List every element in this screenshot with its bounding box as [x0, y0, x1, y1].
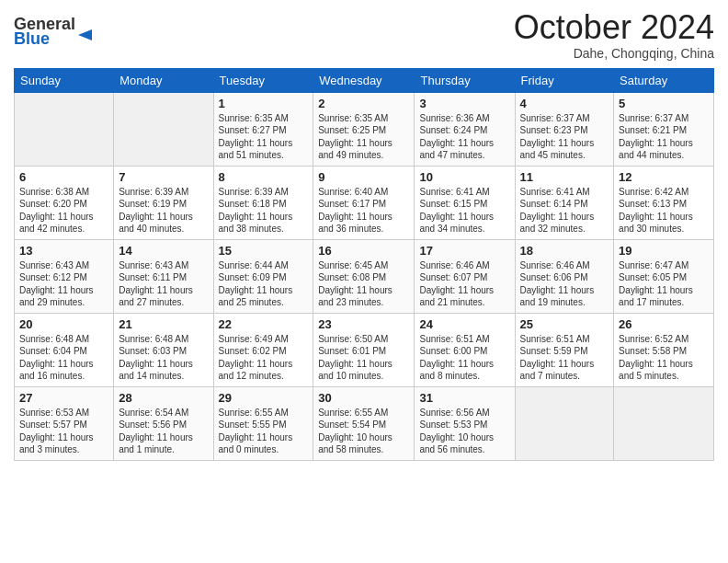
day-number: 1	[219, 97, 309, 110]
day-info: Sunrise: 6:54 AM Sunset: 5:56 PM Dayligh…	[119, 407, 208, 456]
day-number: 25	[520, 317, 609, 331]
day-number: 5	[619, 97, 709, 110]
calendar-cell: 23Sunrise: 6:50 AM Sunset: 6:01 PM Dayli…	[313, 313, 415, 386]
calendar-cell: 14Sunrise: 6:43 AM Sunset: 6:11 PM Dayli…	[114, 239, 213, 313]
day-number: 18	[520, 244, 609, 258]
calendar-cell: 12Sunrise: 6:42 AM Sunset: 6:13 PM Dayli…	[614, 166, 714, 239]
day-number: 2	[318, 97, 409, 110]
calendar-cell: 8Sunrise: 6:39 AM Sunset: 6:18 PM Daylig…	[213, 166, 313, 239]
page: General Blue October 2024 Dahe, Chongqin…	[0, 0, 728, 563]
day-info: Sunrise: 6:48 AM Sunset: 6:03 PM Dayligh…	[119, 333, 208, 383]
calendar-cell	[515, 386, 614, 460]
calendar-cell: 10Sunrise: 6:41 AM Sunset: 6:15 PM Dayli…	[415, 166, 515, 239]
calendar-week-5: 27Sunrise: 6:53 AM Sunset: 5:57 PM Dayli…	[15, 386, 714, 460]
calendar-cell: 20Sunrise: 6:48 AM Sunset: 6:04 PM Dayli…	[15, 313, 114, 386]
day-info: Sunrise: 6:53 AM Sunset: 5:57 PM Dayligh…	[19, 407, 108, 456]
calendar-cell: 24Sunrise: 6:51 AM Sunset: 6:00 PM Dayli…	[415, 313, 515, 386]
calendar-cell: 15Sunrise: 6:44 AM Sunset: 6:09 PM Dayli…	[213, 239, 313, 313]
day-info: Sunrise: 6:51 AM Sunset: 5:59 PM Dayligh…	[520, 333, 609, 383]
calendar-cell: 1Sunrise: 6:35 AM Sunset: 6:27 PM Daylig…	[213, 92, 313, 166]
day-info: Sunrise: 6:35 AM Sunset: 6:27 PM Dayligh…	[219, 112, 309, 162]
calendar-cell: 27Sunrise: 6:53 AM Sunset: 5:57 PM Dayli…	[15, 386, 114, 460]
calendar-cell: 11Sunrise: 6:41 AM Sunset: 6:14 PM Dayli…	[515, 166, 614, 239]
day-number: 14	[119, 244, 208, 258]
calendar-cell: 30Sunrise: 6:55 AM Sunset: 5:54 PM Dayli…	[313, 386, 415, 460]
calendar-week-4: 20Sunrise: 6:48 AM Sunset: 6:04 PM Dayli…	[15, 313, 714, 386]
day-info: Sunrise: 6:37 AM Sunset: 6:23 PM Dayligh…	[520, 112, 609, 162]
day-number: 16	[318, 244, 409, 258]
logo-svg: General Blue	[14, 9, 101, 46]
day-info: Sunrise: 6:38 AM Sunset: 6:20 PM Dayligh…	[19, 186, 108, 236]
col-saturday: Saturday	[614, 68, 714, 92]
calendar-week-1: 1Sunrise: 6:35 AM Sunset: 6:27 PM Daylig…	[15, 92, 714, 166]
day-info: Sunrise: 6:46 AM Sunset: 6:07 PM Dayligh…	[419, 259, 509, 309]
day-info: Sunrise: 6:51 AM Sunset: 6:00 PM Dayligh…	[419, 333, 509, 383]
day-info: Sunrise: 6:55 AM Sunset: 5:55 PM Dayligh…	[219, 407, 309, 456]
day-number: 6	[19, 170, 108, 184]
day-info: Sunrise: 6:50 AM Sunset: 6:01 PM Dayligh…	[318, 333, 409, 383]
calendar-cell: 9Sunrise: 6:40 AM Sunset: 6:17 PM Daylig…	[313, 166, 415, 239]
day-info: Sunrise: 6:42 AM Sunset: 6:13 PM Dayligh…	[619, 186, 709, 236]
day-info: Sunrise: 6:47 AM Sunset: 6:05 PM Dayligh…	[619, 259, 709, 309]
calendar-cell: 21Sunrise: 6:48 AM Sunset: 6:03 PM Dayli…	[114, 313, 213, 386]
calendar-cell: 22Sunrise: 6:49 AM Sunset: 6:02 PM Dayli…	[213, 313, 313, 386]
calendar-cell	[114, 92, 213, 166]
calendar-cell: 19Sunrise: 6:47 AM Sunset: 6:05 PM Dayli…	[614, 239, 714, 313]
calendar-cell: 16Sunrise: 6:45 AM Sunset: 6:08 PM Dayli…	[313, 239, 415, 313]
day-number: 26	[619, 317, 709, 331]
day-info: Sunrise: 6:41 AM Sunset: 6:14 PM Dayligh…	[520, 186, 609, 236]
day-number: 22	[219, 317, 309, 331]
calendar-cell: 2Sunrise: 6:35 AM Sunset: 6:25 PM Daylig…	[313, 92, 415, 166]
day-info: Sunrise: 6:40 AM Sunset: 6:17 PM Dayligh…	[318, 186, 409, 236]
day-info: Sunrise: 6:39 AM Sunset: 6:19 PM Dayligh…	[119, 186, 208, 236]
calendar-table: Sunday Monday Tuesday Wednesday Thursday…	[14, 68, 714, 461]
day-info: Sunrise: 6:44 AM Sunset: 6:09 PM Dayligh…	[219, 259, 309, 309]
calendar-cell: 13Sunrise: 6:43 AM Sunset: 6:12 PM Dayli…	[15, 239, 114, 313]
day-info: Sunrise: 6:43 AM Sunset: 6:12 PM Dayligh…	[19, 259, 108, 309]
calendar-cell: 17Sunrise: 6:46 AM Sunset: 6:07 PM Dayli…	[415, 239, 515, 313]
day-number: 13	[19, 244, 108, 258]
calendar-cell: 26Sunrise: 6:52 AM Sunset: 5:58 PM Dayli…	[614, 313, 714, 386]
calendar-cell	[614, 386, 714, 460]
day-info: Sunrise: 6:36 AM Sunset: 6:24 PM Dayligh…	[419, 112, 509, 162]
day-number: 20	[19, 317, 108, 331]
calendar-cell: 6Sunrise: 6:38 AM Sunset: 6:20 PM Daylig…	[15, 166, 114, 239]
calendar-cell: 7Sunrise: 6:39 AM Sunset: 6:19 PM Daylig…	[114, 166, 213, 239]
day-info: Sunrise: 6:48 AM Sunset: 6:04 PM Dayligh…	[19, 333, 108, 383]
svg-marker-2	[78, 29, 92, 40]
day-number: 27	[19, 391, 108, 405]
day-info: Sunrise: 6:45 AM Sunset: 6:08 PM Dayligh…	[318, 259, 409, 309]
day-number: 8	[219, 170, 309, 184]
calendar-cell: 28Sunrise: 6:54 AM Sunset: 5:56 PM Dayli…	[114, 386, 213, 460]
day-info: Sunrise: 6:52 AM Sunset: 5:58 PM Dayligh…	[619, 333, 709, 383]
day-number: 23	[318, 317, 409, 331]
calendar-cell	[15, 92, 114, 166]
day-number: 24	[419, 317, 509, 331]
day-info: Sunrise: 6:46 AM Sunset: 6:06 PM Dayligh…	[520, 259, 609, 309]
col-friday: Friday	[515, 68, 614, 92]
day-number: 19	[619, 244, 709, 258]
col-monday: Monday	[114, 68, 213, 92]
calendar-week-2: 6Sunrise: 6:38 AM Sunset: 6:20 PM Daylig…	[15, 166, 714, 239]
day-info: Sunrise: 6:55 AM Sunset: 5:54 PM Dayligh…	[318, 407, 409, 456]
day-number: 15	[219, 244, 309, 258]
logo: General Blue	[14, 9, 101, 46]
col-sunday: Sunday	[15, 68, 114, 92]
day-info: Sunrise: 6:39 AM Sunset: 6:18 PM Dayligh…	[219, 186, 309, 236]
day-info: Sunrise: 6:56 AM Sunset: 5:53 PM Dayligh…	[419, 407, 509, 456]
calendar-week-3: 13Sunrise: 6:43 AM Sunset: 6:12 PM Dayli…	[15, 239, 714, 313]
month-title: October 2024	[514, 9, 714, 46]
day-info: Sunrise: 6:43 AM Sunset: 6:11 PM Dayligh…	[119, 259, 208, 309]
day-number: 9	[318, 170, 409, 184]
day-number: 30	[318, 391, 409, 405]
calendar-cell: 4Sunrise: 6:37 AM Sunset: 6:23 PM Daylig…	[515, 92, 614, 166]
calendar-cell: 29Sunrise: 6:55 AM Sunset: 5:55 PM Dayli…	[213, 386, 313, 460]
day-number: 31	[419, 391, 509, 405]
title-area: October 2024 Dahe, Chongqing, China	[514, 9, 714, 61]
calendar-cell: 3Sunrise: 6:36 AM Sunset: 6:24 PM Daylig…	[415, 92, 515, 166]
day-info: Sunrise: 6:37 AM Sunset: 6:21 PM Dayligh…	[619, 112, 709, 162]
day-number: 11	[520, 170, 609, 184]
day-number: 10	[419, 170, 509, 184]
day-number: 17	[419, 244, 509, 258]
calendar-cell: 18Sunrise: 6:46 AM Sunset: 6:06 PM Dayli…	[515, 239, 614, 313]
